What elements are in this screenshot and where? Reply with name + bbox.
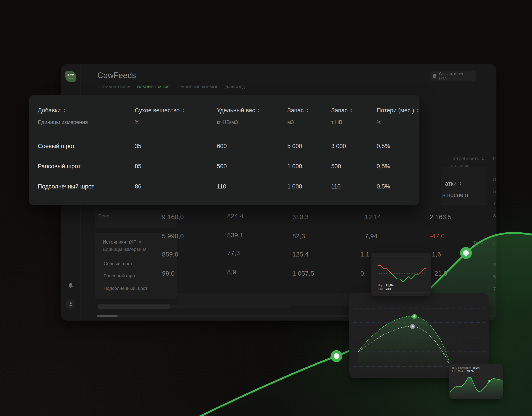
trend-marker-1[interactable]	[331, 350, 342, 362]
page-canvas: PRO Fermer CowFeeds КОРМАВАЯ БАЗА ПЛАНИР…	[0, 0, 532, 416]
arc-marker-green[interactable]	[412, 314, 417, 319]
rpm-eco-card: RPM optimisation 70,2% ECO Modus 19,7%	[449, 364, 503, 399]
rpm-legend-row: RPM optimisation 70,2%	[452, 366, 480, 369]
low-label: Low	[378, 287, 383, 291]
series-green	[391, 273, 418, 282]
rpm-optimisation-label: RPM optimisation	[452, 366, 471, 369]
rpm-marker[interactable]	[488, 380, 491, 382]
eco-legend-row: ECO Modus 19,7%	[452, 370, 474, 372]
card-divider-bottom	[374, 293, 427, 293]
high-legend: High 81,3%	[378, 284, 393, 287]
high-low-card: High 81,3% Low 23%	[371, 253, 431, 296]
series-red-start	[378, 265, 391, 273]
low-value: 23%	[386, 287, 391, 291]
trend-marker-2[interactable]	[460, 247, 472, 259]
arc-fill	[358, 316, 449, 370]
rpm-optimisation-value: 70,2%	[473, 366, 480, 369]
low-legend: Low 23%	[378, 287, 391, 291]
high-label: High	[378, 284, 383, 287]
high-value: 81,3%	[386, 284, 393, 287]
eco-modus-value: 19,7%	[467, 370, 474, 372]
eco-modus-label: ECO Modus	[452, 370, 465, 372]
rpm-fill	[450, 377, 503, 398]
arc-marker-gray[interactable]	[410, 324, 415, 329]
card-divider-top	[374, 256, 427, 256]
